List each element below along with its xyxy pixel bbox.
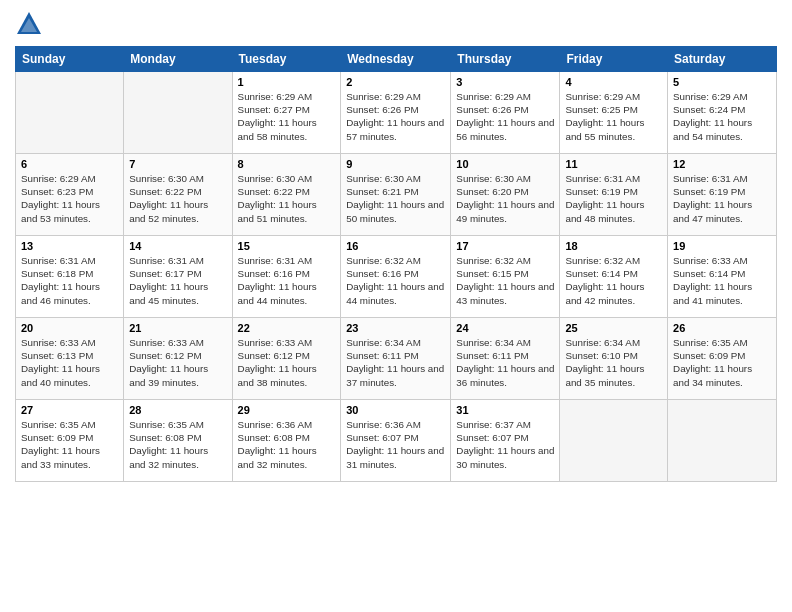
day-number: 12 xyxy=(673,158,771,170)
weekday-header-friday: Friday xyxy=(560,47,668,72)
calendar-week-5: 27Sunrise: 6:35 AMSunset: 6:09 PMDayligh… xyxy=(16,400,777,482)
day-info: Sunrise: 6:32 AMSunset: 6:16 PMDaylight:… xyxy=(346,254,445,307)
day-info: Sunrise: 6:33 AMSunset: 6:12 PMDaylight:… xyxy=(129,336,226,389)
day-info: Sunrise: 6:29 AMSunset: 6:25 PMDaylight:… xyxy=(565,90,662,143)
calendar-cell xyxy=(16,72,124,154)
day-number: 9 xyxy=(346,158,445,170)
calendar-week-4: 20Sunrise: 6:33 AMSunset: 6:13 PMDayligh… xyxy=(16,318,777,400)
day-number: 24 xyxy=(456,322,554,334)
calendar-cell: 26Sunrise: 6:35 AMSunset: 6:09 PMDayligh… xyxy=(668,318,777,400)
calendar-cell: 18Sunrise: 6:32 AMSunset: 6:14 PMDayligh… xyxy=(560,236,668,318)
calendar-cell xyxy=(560,400,668,482)
day-info: Sunrise: 6:30 AMSunset: 6:21 PMDaylight:… xyxy=(346,172,445,225)
calendar-cell: 27Sunrise: 6:35 AMSunset: 6:09 PMDayligh… xyxy=(16,400,124,482)
day-info: Sunrise: 6:31 AMSunset: 6:16 PMDaylight:… xyxy=(238,254,336,307)
logo-icon xyxy=(15,10,43,38)
calendar-cell: 7Sunrise: 6:30 AMSunset: 6:22 PMDaylight… xyxy=(124,154,232,236)
day-number: 11 xyxy=(565,158,662,170)
calendar-cell: 13Sunrise: 6:31 AMSunset: 6:18 PMDayligh… xyxy=(16,236,124,318)
weekday-header-sunday: Sunday xyxy=(16,47,124,72)
day-number: 6 xyxy=(21,158,118,170)
calendar-cell: 3Sunrise: 6:29 AMSunset: 6:26 PMDaylight… xyxy=(451,72,560,154)
calendar-week-3: 13Sunrise: 6:31 AMSunset: 6:18 PMDayligh… xyxy=(16,236,777,318)
day-info: Sunrise: 6:29 AMSunset: 6:26 PMDaylight:… xyxy=(456,90,554,143)
day-info: Sunrise: 6:32 AMSunset: 6:15 PMDaylight:… xyxy=(456,254,554,307)
calendar-cell: 1Sunrise: 6:29 AMSunset: 6:27 PMDaylight… xyxy=(232,72,341,154)
day-info: Sunrise: 6:33 AMSunset: 6:12 PMDaylight:… xyxy=(238,336,336,389)
calendar-cell: 23Sunrise: 6:34 AMSunset: 6:11 PMDayligh… xyxy=(341,318,451,400)
day-number: 28 xyxy=(129,404,226,416)
weekday-header-saturday: Saturday xyxy=(668,47,777,72)
day-number: 20 xyxy=(21,322,118,334)
calendar-cell: 4Sunrise: 6:29 AMSunset: 6:25 PMDaylight… xyxy=(560,72,668,154)
calendar-cell: 31Sunrise: 6:37 AMSunset: 6:07 PMDayligh… xyxy=(451,400,560,482)
day-number: 18 xyxy=(565,240,662,252)
calendar-cell: 19Sunrise: 6:33 AMSunset: 6:14 PMDayligh… xyxy=(668,236,777,318)
calendar-cell xyxy=(124,72,232,154)
day-info: Sunrise: 6:30 AMSunset: 6:22 PMDaylight:… xyxy=(129,172,226,225)
day-info: Sunrise: 6:30 AMSunset: 6:22 PMDaylight:… xyxy=(238,172,336,225)
day-number: 1 xyxy=(238,76,336,88)
day-info: Sunrise: 6:31 AMSunset: 6:19 PMDaylight:… xyxy=(673,172,771,225)
day-number: 27 xyxy=(21,404,118,416)
day-number: 19 xyxy=(673,240,771,252)
day-info: Sunrise: 6:33 AMSunset: 6:14 PMDaylight:… xyxy=(673,254,771,307)
logo xyxy=(15,10,47,38)
day-number: 8 xyxy=(238,158,336,170)
calendar-cell: 30Sunrise: 6:36 AMSunset: 6:07 PMDayligh… xyxy=(341,400,451,482)
weekday-header-thursday: Thursday xyxy=(451,47,560,72)
day-number: 15 xyxy=(238,240,336,252)
day-info: Sunrise: 6:30 AMSunset: 6:20 PMDaylight:… xyxy=(456,172,554,225)
day-info: Sunrise: 6:34 AMSunset: 6:11 PMDaylight:… xyxy=(346,336,445,389)
day-info: Sunrise: 6:36 AMSunset: 6:08 PMDaylight:… xyxy=(238,418,336,471)
calendar-cell: 15Sunrise: 6:31 AMSunset: 6:16 PMDayligh… xyxy=(232,236,341,318)
weekday-header-row: SundayMondayTuesdayWednesdayThursdayFrid… xyxy=(16,47,777,72)
calendar-cell: 20Sunrise: 6:33 AMSunset: 6:13 PMDayligh… xyxy=(16,318,124,400)
day-info: Sunrise: 6:34 AMSunset: 6:10 PMDaylight:… xyxy=(565,336,662,389)
day-info: Sunrise: 6:33 AMSunset: 6:13 PMDaylight:… xyxy=(21,336,118,389)
day-number: 3 xyxy=(456,76,554,88)
day-number: 4 xyxy=(565,76,662,88)
day-number: 2 xyxy=(346,76,445,88)
day-number: 26 xyxy=(673,322,771,334)
calendar-table: SundayMondayTuesdayWednesdayThursdayFrid… xyxy=(15,46,777,482)
weekday-header-tuesday: Tuesday xyxy=(232,47,341,72)
calendar-cell: 16Sunrise: 6:32 AMSunset: 6:16 PMDayligh… xyxy=(341,236,451,318)
day-number: 17 xyxy=(456,240,554,252)
calendar-cell: 12Sunrise: 6:31 AMSunset: 6:19 PMDayligh… xyxy=(668,154,777,236)
day-info: Sunrise: 6:29 AMSunset: 6:26 PMDaylight:… xyxy=(346,90,445,143)
calendar-cell: 2Sunrise: 6:29 AMSunset: 6:26 PMDaylight… xyxy=(341,72,451,154)
day-info: Sunrise: 6:36 AMSunset: 6:07 PMDaylight:… xyxy=(346,418,445,471)
calendar-cell: 21Sunrise: 6:33 AMSunset: 6:12 PMDayligh… xyxy=(124,318,232,400)
header xyxy=(15,10,777,38)
day-number: 30 xyxy=(346,404,445,416)
calendar-cell: 29Sunrise: 6:36 AMSunset: 6:08 PMDayligh… xyxy=(232,400,341,482)
day-info: Sunrise: 6:37 AMSunset: 6:07 PMDaylight:… xyxy=(456,418,554,471)
day-number: 14 xyxy=(129,240,226,252)
day-info: Sunrise: 6:31 AMSunset: 6:17 PMDaylight:… xyxy=(129,254,226,307)
calendar-cell: 28Sunrise: 6:35 AMSunset: 6:08 PMDayligh… xyxy=(124,400,232,482)
day-info: Sunrise: 6:29 AMSunset: 6:23 PMDaylight:… xyxy=(21,172,118,225)
calendar-week-2: 6Sunrise: 6:29 AMSunset: 6:23 PMDaylight… xyxy=(16,154,777,236)
day-number: 31 xyxy=(456,404,554,416)
day-number: 13 xyxy=(21,240,118,252)
calendar-week-1: 1Sunrise: 6:29 AMSunset: 6:27 PMDaylight… xyxy=(16,72,777,154)
day-info: Sunrise: 6:31 AMSunset: 6:19 PMDaylight:… xyxy=(565,172,662,225)
weekday-header-monday: Monday xyxy=(124,47,232,72)
calendar-cell: 6Sunrise: 6:29 AMSunset: 6:23 PMDaylight… xyxy=(16,154,124,236)
day-info: Sunrise: 6:29 AMSunset: 6:24 PMDaylight:… xyxy=(673,90,771,143)
day-number: 10 xyxy=(456,158,554,170)
day-number: 16 xyxy=(346,240,445,252)
calendar-cell: 25Sunrise: 6:34 AMSunset: 6:10 PMDayligh… xyxy=(560,318,668,400)
day-number: 21 xyxy=(129,322,226,334)
calendar-cell: 22Sunrise: 6:33 AMSunset: 6:12 PMDayligh… xyxy=(232,318,341,400)
day-info: Sunrise: 6:35 AMSunset: 6:09 PMDaylight:… xyxy=(21,418,118,471)
calendar-cell: 14Sunrise: 6:31 AMSunset: 6:17 PMDayligh… xyxy=(124,236,232,318)
day-number: 29 xyxy=(238,404,336,416)
day-number: 22 xyxy=(238,322,336,334)
page: SundayMondayTuesdayWednesdayThursdayFrid… xyxy=(0,0,792,612)
calendar-cell: 17Sunrise: 6:32 AMSunset: 6:15 PMDayligh… xyxy=(451,236,560,318)
day-info: Sunrise: 6:29 AMSunset: 6:27 PMDaylight:… xyxy=(238,90,336,143)
day-number: 23 xyxy=(346,322,445,334)
day-info: Sunrise: 6:31 AMSunset: 6:18 PMDaylight:… xyxy=(21,254,118,307)
